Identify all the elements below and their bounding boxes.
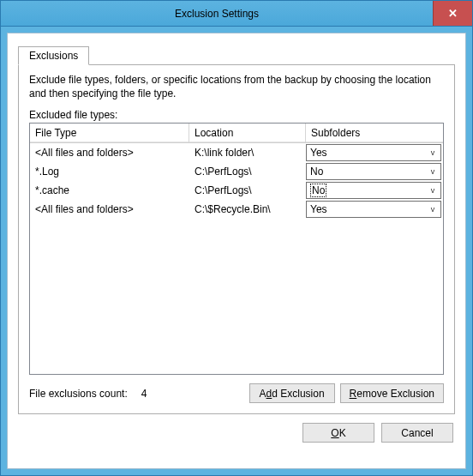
table-row[interactable]: *.cacheC:\PerfLogs\Nov bbox=[30, 181, 443, 200]
cell-location[interactable]: C:\PerfLogs\ bbox=[189, 162, 306, 181]
excluded-label: Excluded file types: bbox=[29, 109, 444, 121]
count-value: 4 bbox=[141, 388, 147, 400]
cell-location[interactable]: C:\PerfLogs\ bbox=[189, 181, 306, 200]
client-chrome: Exclusions Exclude file types, folders, … bbox=[1, 27, 472, 475]
tab-label: Exclusions bbox=[29, 50, 78, 62]
tab-body: Exclude file types, folders, or specific… bbox=[18, 64, 455, 414]
subfolders-value: Yes bbox=[310, 147, 327, 159]
grid-header: File Type Location Subfolders bbox=[30, 124, 443, 143]
client-area: Exclusions Exclude file types, folders, … bbox=[7, 33, 466, 469]
remove-exclusion-button[interactable]: Remove Exclusion bbox=[340, 383, 444, 403]
dialog-buttons: OK Cancel bbox=[18, 414, 455, 444]
cell-file-type[interactable]: <All files and folders> bbox=[30, 200, 189, 219]
titlebar: Exclusion Settings ✕ bbox=[1, 1, 472, 27]
add-exclusion-button[interactable]: Add Exclusion bbox=[249, 383, 335, 403]
cancel-label: Cancel bbox=[401, 427, 433, 439]
chevron-down-icon: v bbox=[427, 167, 439, 176]
grid-body: <All files and folders>K:\link folder\Ye… bbox=[30, 143, 443, 219]
description-text: Exclude file types, folders, or specific… bbox=[29, 74, 444, 100]
table-row[interactable]: <All files and folders>K:\link folder\Ye… bbox=[30, 143, 443, 162]
tab-strip: Exclusions Exclude file types, folders, … bbox=[18, 45, 455, 414]
subfolders-value: No bbox=[310, 166, 323, 178]
window-title: Exclusion Settings bbox=[1, 1, 433, 26]
close-icon: ✕ bbox=[448, 7, 458, 20]
subfolders-dropdown[interactable]: Yesv bbox=[306, 144, 441, 161]
ok-button[interactable]: OK bbox=[302, 423, 374, 443]
cell-file-type[interactable]: <All files and folders> bbox=[30, 143, 189, 162]
exclusions-grid[interactable]: File Type Location Subfolders <All files… bbox=[29, 123, 444, 375]
close-button[interactable]: ✕ bbox=[433, 1, 472, 26]
col-header-location[interactable]: Location bbox=[189, 124, 306, 142]
chevron-down-icon: v bbox=[427, 148, 439, 157]
subfolders-dropdown[interactable]: Nov bbox=[306, 163, 441, 180]
cell-location[interactable]: C:\$Recycle.Bin\ bbox=[189, 200, 306, 219]
col-header-subfolders[interactable]: Subfolders bbox=[306, 124, 443, 142]
cell-location[interactable]: K:\link folder\ bbox=[189, 143, 306, 162]
table-row[interactable]: <All files and folders>C:\$Recycle.Bin\Y… bbox=[30, 200, 443, 219]
cell-file-type[interactable]: *.cache bbox=[30, 181, 189, 200]
chevron-down-icon: v bbox=[427, 205, 439, 214]
subfolders-value: No bbox=[310, 184, 326, 197]
subfolders-dropdown[interactable]: Yesv bbox=[306, 201, 441, 218]
chevron-down-icon: v bbox=[427, 186, 439, 195]
table-row[interactable]: *.LogC:\PerfLogs\Nov bbox=[30, 162, 443, 181]
cell-file-type[interactable]: *.Log bbox=[30, 162, 189, 181]
cancel-button[interactable]: Cancel bbox=[381, 423, 453, 443]
count-label: File exclusions count: bbox=[29, 388, 128, 400]
col-header-file-type[interactable]: File Type bbox=[30, 124, 189, 142]
window-frame: Exclusion Settings ✕ Exclusions Exclude … bbox=[0, 0, 473, 476]
subfolders-value: Yes bbox=[310, 203, 327, 215]
subfolders-dropdown[interactable]: Nov bbox=[306, 182, 441, 199]
tab-footer: File exclusions count: 4 Add Exclusion R… bbox=[29, 383, 444, 403]
tab-exclusions[interactable]: Exclusions bbox=[18, 46, 89, 65]
